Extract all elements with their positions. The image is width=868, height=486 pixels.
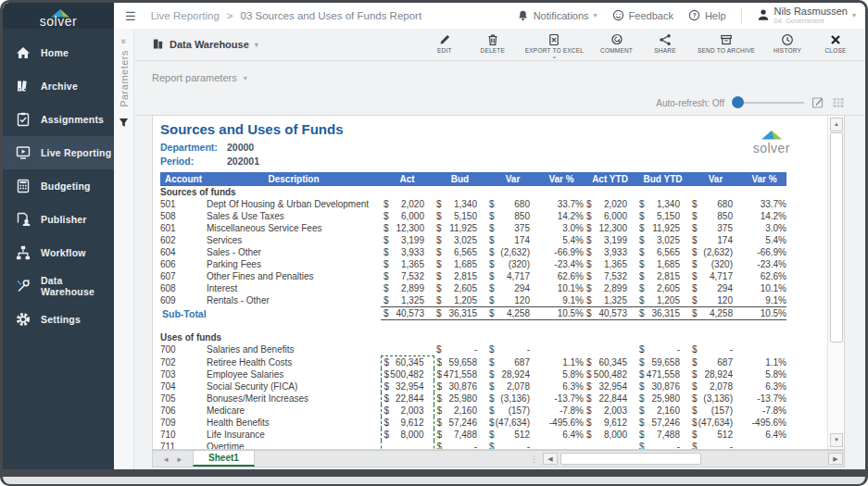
account-cell[interactable]: 602 — [160, 234, 207, 246]
sidebar-item-home[interactable]: Home — [3, 36, 114, 69]
account-cell[interactable]: 711 — [160, 441, 207, 450]
subtotal-value-cell[interactable]: $36,315 — [434, 307, 486, 320]
value-cell[interactable]: $30,876 — [636, 380, 689, 393]
value-cell[interactable]: $2,605 — [636, 282, 689, 294]
value-cell[interactable]: $- — [636, 343, 689, 356]
value-cell[interactable]: $6,565 — [434, 246, 486, 258]
value-cell[interactable]: $6,000 — [381, 210, 434, 222]
value-cell[interactable]: -13.7% — [539, 393, 584, 405]
value-cell[interactable]: 3.0% — [742, 222, 786, 234]
description-cell[interactable]: Employee Salaries — [207, 368, 381, 380]
parameters-panel-collapsed[interactable]: » Parameters — [114, 29, 134, 469]
description-cell[interactable]: Bonuses/Merit Increases — [207, 393, 381, 405]
value-cell[interactable]: $57,246 — [434, 417, 486, 429]
comment-button[interactable]: COMMENT — [592, 30, 641, 56]
value-cell[interactable]: 14.2% — [742, 210, 786, 222]
value-cell[interactable]: $2,003 — [381, 405, 434, 417]
subtotal-value-cell[interactable]: 10.5% — [539, 307, 584, 320]
description-cell[interactable]: Other Fines and Penalties — [207, 270, 381, 282]
value-cell[interactable]: $60,345 — [584, 356, 636, 369]
value-cell[interactable] — [742, 441, 786, 450]
value-cell[interactable]: $9,612 — [381, 417, 434, 429]
account-cell[interactable]: 705 — [160, 393, 207, 405]
subtotal-value-cell[interactable]: $4,258 — [689, 307, 742, 320]
description-cell[interactable]: Retiree Health Costs — [207, 356, 381, 369]
value-cell[interactable]: $59,658 — [636, 356, 689, 369]
value-cell[interactable]: $174 — [486, 234, 539, 246]
value-cell[interactable]: $11,925 — [434, 222, 486, 234]
value-cell[interactable]: $2,815 — [636, 270, 689, 282]
value-cell[interactable]: 6.4% — [742, 429, 786, 441]
value-cell[interactable] — [381, 441, 434, 450]
toggle-knob[interactable] — [732, 96, 744, 108]
value-cell[interactable]: $12,300 — [584, 222, 636, 234]
auto-refresh-toggle[interactable] — [732, 96, 804, 109]
value-cell[interactable]: 14.2% — [539, 210, 584, 222]
delete-button[interactable]: DELETE — [469, 30, 517, 56]
description-cell[interactable]: Overtime — [207, 441, 381, 450]
value-cell[interactable]: $- — [689, 343, 742, 356]
value-cell[interactable]: -23.4% — [539, 258, 584, 270]
value-cell[interactable]: 33.7% — [742, 198, 786, 210]
value-cell[interactable]: $(3,136) — [689, 393, 742, 405]
value-cell[interactable]: 6.3% — [742, 380, 786, 393]
subtotal-value-cell[interactable]: $36,315 — [636, 307, 689, 320]
horizontal-scroll-thumb[interactable] — [560, 453, 701, 465]
notifications-button[interactable]: Notifications ▾ — [517, 9, 598, 22]
value-cell[interactable]: 10.1% — [742, 282, 786, 294]
value-cell[interactable]: $22,844 — [381, 393, 434, 405]
value-cell[interactable]: $(47,634) — [486, 417, 539, 429]
value-cell[interactable]: $500,482 — [381, 368, 434, 380]
value-cell[interactable]: $4,717 — [486, 270, 539, 282]
value-cell[interactable]: $1,205 — [434, 294, 486, 307]
sidebar-item-archive[interactable]: Archive — [3, 69, 114, 103]
value-cell[interactable]: $22,844 — [584, 393, 636, 405]
value-cell[interactable]: $8,000 — [584, 429, 636, 441]
data-source-dropdown[interactable]: Data Warehouse ▾ — [152, 38, 258, 52]
scrollbar-splitter[interactable]: ⋮ — [526, 451, 542, 467]
value-cell[interactable]: $2,020 — [584, 198, 636, 210]
help-button[interactable]: ? Help — [688, 9, 726, 21]
report-parameters-dropdown[interactable]: Report parameters ▾ — [152, 72, 247, 83]
value-cell[interactable]: $25,980 — [636, 393, 689, 405]
account-cell[interactable]: 508 — [160, 210, 207, 222]
value-cell[interactable]: $2,899 — [584, 282, 636, 294]
value-cell[interactable]: $1,685 — [434, 258, 486, 270]
value-cell[interactable]: $11,925 — [636, 222, 689, 234]
close-button[interactable]: CLOSE — [811, 30, 860, 56]
account-cell[interactable]: 702 — [160, 356, 207, 369]
account-cell[interactable]: 604 — [160, 246, 207, 258]
edit-mode-icon[interactable] — [811, 96, 824, 109]
value-cell[interactable]: -13.7% — [742, 393, 786, 405]
value-cell[interactable]: $2,078 — [486, 380, 539, 393]
breadcrumb-section[interactable]: Live Reporting — [151, 10, 220, 21]
value-cell[interactable]: -7.8% — [539, 405, 584, 417]
feedback-button[interactable]: Feedback — [612, 9, 673, 21]
hamburger-menu-icon[interactable]: ☰ — [125, 9, 136, 23]
value-cell[interactable]: $(2,632) — [689, 246, 742, 258]
value-cell[interactable]: $471,558 — [636, 368, 689, 380]
value-cell[interactable]: $512 — [689, 429, 742, 441]
value-cell[interactable]: $28,924 — [486, 368, 539, 380]
value-cell[interactable]: -66.9% — [742, 246, 786, 258]
value-cell[interactable]: $294 — [689, 282, 742, 294]
value-cell[interactable]: $3,199 — [584, 234, 636, 246]
value-cell[interactable]: $5,150 — [434, 210, 486, 222]
subtotal-value-cell[interactable]: $40,573 — [381, 307, 434, 320]
grid-view-icon[interactable] — [832, 96, 845, 109]
value-cell[interactable]: $- — [689, 441, 742, 450]
value-cell[interactable]: $850 — [486, 210, 539, 222]
value-cell[interactable]: $(320) — [689, 258, 742, 270]
description-cell[interactable]: Social Security (FICA) — [207, 380, 381, 393]
value-cell[interactable]: $7,488 — [434, 429, 486, 441]
value-cell[interactable]: $471,558 — [434, 368, 486, 380]
account-cell[interactable]: 607 — [160, 270, 207, 282]
value-cell[interactable] — [584, 441, 636, 450]
value-cell[interactable]: $375 — [486, 222, 539, 234]
description-cell[interactable]: Rentals - Other — [207, 294, 381, 307]
value-cell[interactable]: -66.9% — [539, 246, 584, 258]
subtotal-value-cell[interactable]: 10.5% — [742, 307, 786, 320]
prev-sheet-button[interactable]: ◂ — [164, 455, 169, 464]
account-cell[interactable]: 501 — [160, 198, 207, 210]
description-cell[interactable]: Interest — [207, 282, 381, 294]
